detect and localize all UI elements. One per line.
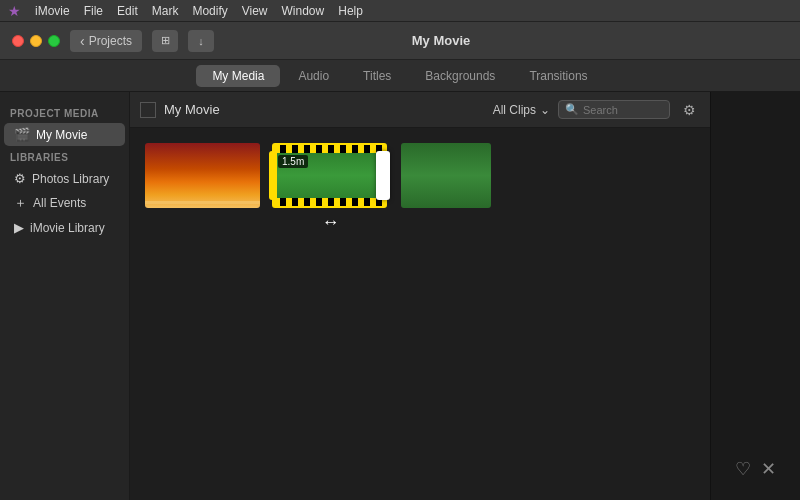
menu-edit[interactable]: Edit (117, 4, 138, 18)
photos-icon: ⚙ (14, 171, 26, 186)
search-icon: 🔍 (565, 103, 579, 116)
sidebar: PROJECT MEDIA 🎬 My Movie LIBRARIES ⚙ Pho… (0, 92, 130, 500)
project-media-label: PROJECT MEDIA (0, 102, 129, 123)
menu-bar: ★ iMovie File Edit Mark Modify View Wind… (0, 0, 800, 22)
tab-backgrounds[interactable]: Backgrounds (409, 65, 511, 87)
clip-resize-arrow: ↔ (322, 212, 338, 233)
right-panel-icons: ♡ ✕ (735, 458, 776, 480)
settings-icon[interactable]: ⚙ (678, 99, 700, 121)
sidebar-item-label-events: All Events (33, 196, 86, 210)
clip-duration-badge: 1.5m (278, 155, 308, 168)
titlebar-left: Projects ⊞ ↓ (12, 30, 214, 52)
tab-audio[interactable]: Audio (282, 65, 345, 87)
tab-bar: My Media Audio Titles Backgrounds Transi… (0, 60, 800, 92)
title-bar: Projects ⊞ ↓ My Movie (0, 22, 800, 60)
media-grid: 1.5m ↔ (130, 128, 710, 500)
clip-thumbnail-green-second (401, 143, 491, 208)
clip-thumbnail-green-main: 1.5m (272, 143, 387, 208)
sidebar-item-label-library: iMovie Library (30, 221, 105, 235)
menu-mark[interactable]: Mark (152, 4, 179, 18)
share-button[interactable]: ↓ (188, 30, 214, 52)
content-header: My Movie All Clips ⌄ 🔍 ⚙ (130, 92, 710, 128)
events-icon: ＋ (14, 194, 27, 212)
minimize-button[interactable] (30, 35, 42, 47)
chevron-down-icon: ⌄ (540, 103, 550, 117)
search-input[interactable] (583, 104, 663, 116)
clip-trim-handle-left[interactable] (269, 151, 277, 200)
right-panel: ♡ ✕ (710, 92, 800, 500)
libraries-label: LIBRARIES (0, 146, 129, 167)
sidebar-item-label-my-movie: My Movie (36, 128, 87, 142)
sidebar-item-photos-library[interactable]: ⚙ Photos Library (4, 167, 125, 190)
sidebar-item-imovie-library[interactable]: ▶ iMovie Library (4, 216, 125, 239)
clip-selector-button[interactable] (140, 102, 156, 118)
main-area: PROJECT MEDIA 🎬 My Movie LIBRARIES ⚙ Pho… (0, 92, 800, 500)
clip-thumbnail-sunset (145, 143, 260, 208)
window-title: My Movie (412, 33, 471, 48)
clip-item-sunset[interactable] (145, 143, 260, 208)
tab-titles[interactable]: Titles (347, 65, 407, 87)
library-icon: ▶ (14, 220, 24, 235)
clip-trim-handle-right[interactable] (376, 151, 390, 200)
clip-item-green-second[interactable] (399, 143, 491, 208)
menu-view[interactable]: View (242, 4, 268, 18)
traffic-lights (12, 35, 60, 47)
fullscreen-button[interactable] (48, 35, 60, 47)
menu-window[interactable]: Window (282, 4, 325, 18)
sidebar-item-label-photos: Photos Library (32, 172, 109, 186)
clip-item-green-selected[interactable]: 1.5m ↔ (272, 143, 387, 211)
menu-file[interactable]: File (84, 4, 103, 18)
projects-button[interactable]: Projects (70, 30, 142, 52)
favorite-icon[interactable]: ♡ (735, 458, 751, 480)
sidebar-item-all-events[interactable]: ＋ All Events (4, 190, 125, 216)
add-clip-button[interactable]: ⊞ (152, 30, 178, 52)
tab-transitions[interactable]: Transitions (513, 65, 603, 87)
close-button[interactable] (12, 35, 24, 47)
reject-icon[interactable]: ✕ (761, 458, 776, 480)
content-area: My Movie All Clips ⌄ 🔍 ⚙ 1.5m (130, 92, 710, 500)
all-clips-dropdown[interactable]: All Clips ⌄ (493, 103, 550, 117)
menu-help[interactable]: Help (338, 4, 363, 18)
content-title: My Movie (164, 102, 485, 117)
search-box[interactable]: 🔍 (558, 100, 670, 119)
menu-modify[interactable]: Modify (192, 4, 227, 18)
menu-imovie[interactable]: iMovie (35, 4, 70, 18)
tab-my-media[interactable]: My Media (196, 65, 280, 87)
imovie-icon: ★ (8, 3, 21, 19)
all-clips-label: All Clips (493, 103, 536, 117)
movie-icon: 🎬 (14, 127, 30, 142)
sidebar-item-my-movie[interactable]: 🎬 My Movie (4, 123, 125, 146)
